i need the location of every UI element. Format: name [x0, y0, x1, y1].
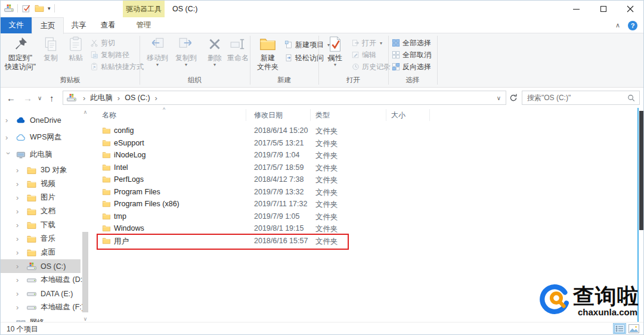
copy-button[interactable]: 复制	[39, 36, 63, 63]
open-button[interactable]: 打开 ▾	[351, 38, 382, 48]
file-row[interactable]: iNodeLog 2019/7/9 1:04 文件夹	[90, 149, 643, 162]
move-to-button[interactable]: 移动到 ▾	[144, 36, 171, 67]
scroll-up-icon[interactable]: ∧	[81, 109, 89, 115]
file-row[interactable]: config 2018/6/14 15:20 文件夹	[90, 125, 643, 137]
sidebar-scrollbar[interactable]: ∧ ∨	[81, 108, 89, 323]
copy-path-button[interactable]: 复制路径	[90, 49, 129, 60]
cut-button[interactable]: 剪切	[90, 38, 115, 48]
sidebar-item-disk-f[interactable]: › 本地磁盘 (F:)	[1, 300, 80, 314]
expander-icon[interactable]: ›	[16, 236, 22, 242]
sidebar-item-onedrive[interactable]: › OneDrive	[1, 111, 80, 129]
column-header-name[interactable]: 名称	[90, 109, 246, 121]
tab-file[interactable]: 文件	[1, 17, 32, 33]
rename-icon	[230, 36, 246, 52]
pin-to-quick-access-button[interactable]: 固定到" 快速访问"	[3, 36, 38, 72]
back-button[interactable]: ←	[7, 88, 16, 108]
sidebar-item-music[interactable]: › 音乐	[1, 232, 80, 246]
copy-to-button[interactable]: 复制到 ▾	[172, 36, 200, 67]
monitor-icon	[16, 150, 26, 160]
edit-button[interactable]: 编辑	[351, 49, 376, 60]
expander-icon[interactable]: ›	[5, 117, 11, 123]
breadcrumb-separator-icon: ›	[151, 94, 161, 103]
expander-icon[interactable]: ›	[16, 305, 22, 311]
tab-view[interactable]: 查看	[94, 17, 122, 33]
customize-toolbar-dropdown-icon[interactable]: ▾	[48, 4, 51, 13]
sidebar-item-disk-d[interactable]: › 本地磁盘 (D:)	[1, 273, 80, 287]
file-row[interactable]: eSupport 2017/5/5 13:21 文件夹	[90, 137, 643, 150]
tab-home[interactable]: 主页	[32, 17, 64, 34]
sidebar-item-documents[interactable]: › 文档	[1, 204, 80, 218]
search-icon[interactable]	[627, 94, 636, 103]
sidebar-item-downloads[interactable]: › 下载	[1, 218, 80, 232]
recent-locations-dropdown-icon[interactable]: ∨	[38, 88, 42, 108]
properties-shortcut-icon[interactable]	[21, 4, 31, 13]
select-all-button[interactable]: 全部选择	[392, 38, 431, 48]
history-button[interactable]: 历史记录	[351, 61, 391, 72]
close-button[interactable]	[617, 1, 643, 17]
file-row[interactable]: tmp 2019/7/9 1:05 文件夹	[90, 210, 643, 223]
items-count: 10 个项目	[7, 324, 38, 334]
column-header-type[interactable]: 类型	[311, 109, 386, 121]
paste-button[interactable]: 粘贴	[64, 36, 88, 63]
breadcrumb-this-pc[interactable]: 此电脑	[89, 93, 114, 103]
tab-manage[interactable]: 管理	[123, 17, 165, 33]
expander-icon[interactable]: ›	[16, 277, 22, 283]
refresh-icon[interactable]	[509, 93, 518, 103]
tab-share[interactable]: 共享	[64, 17, 94, 33]
up-button[interactable]: ↑	[49, 88, 54, 108]
expander-icon[interactable]: ›	[16, 222, 22, 228]
file-row[interactable]: Intel 2017/5/7 18:59 文件夹	[90, 162, 643, 174]
folder-icon	[102, 237, 111, 245]
sidebar-item-this-pc[interactable]: › 此电脑	[1, 146, 80, 163]
new-folder-button[interactable]: 新建 文件夹	[253, 36, 282, 72]
sidebar-item-pictures[interactable]: › 图片	[1, 191, 80, 204]
ribbon: 固定到" 快速访问" 复制 粘贴 剪切 复制路径 粘贴快捷方式 剪贴板 移动到 …	[1, 33, 643, 88]
expander-icon[interactable]: ›	[16, 195, 22, 201]
delete-button[interactable]: 删除 ▾	[203, 36, 226, 67]
rename-button[interactable]: 重命名	[226, 36, 250, 63]
file-row[interactable]: PerfLogs 2018/4/12 7:38 文件夹	[90, 173, 643, 186]
file-row[interactable]: 用户 2018/6/16 15:57 文件夹	[90, 235, 643, 247]
expander-icon[interactable]: ›	[16, 250, 22, 256]
expander-icon[interactable]: ›	[16, 181, 22, 187]
select-none-button[interactable]: 全部取消	[392, 49, 431, 60]
folder-icon	[102, 188, 111, 196]
sidebar-item-desktop[interactable]: › 桌面	[1, 246, 80, 259]
properties-button[interactable]: 属性 ▾	[323, 36, 348, 67]
sidebar-item-videos[interactable]: › 视频	[1, 177, 80, 191]
scroll-down-icon[interactable]: ∨	[81, 316, 89, 322]
maximize-button[interactable]	[590, 1, 617, 17]
expander-icon[interactable]: ›	[16, 168, 22, 173]
address-dropdown-icon[interactable]: ∨	[497, 95, 506, 101]
search-input[interactable]	[522, 91, 639, 104]
close-icon	[627, 5, 634, 13]
paste-shortcut-button[interactable]: 粘贴快捷方式	[90, 61, 144, 72]
help-icon[interactable]: ?	[628, 21, 637, 30]
minimize-button[interactable]	[563, 1, 590, 17]
forward-button[interactable]: →	[23, 88, 32, 108]
column-header-size[interactable]: 大小	[386, 109, 430, 121]
expander-icon[interactable]: ›	[5, 135, 11, 141]
invert-selection-button[interactable]: 反向选择	[392, 61, 431, 72]
file-row[interactable]: Program Files 2019/7/9 13:32 文件夹	[90, 186, 643, 198]
thumbnails-view-button[interactable]	[627, 323, 640, 334]
file-row[interactable]: Program Files (x86) 2019/7/11 17:32 文件夹	[90, 198, 643, 210]
expander-icon[interactable]: ›	[5, 152, 11, 158]
breadcrumb-os-c[interactable]: OS (C:)	[123, 94, 151, 102]
file-row[interactable]: Windows 2019/8/1 19:15 文件夹	[90, 222, 643, 235]
column-header-date-modified[interactable]: 修改日期	[246, 109, 311, 121]
scrollbar-thumb[interactable]	[82, 232, 88, 312]
expander-icon[interactable]: ›	[16, 209, 22, 215]
explorer-drive-icon[interactable]	[4, 4, 14, 13]
sidebar-item-3d-objects[interactable]: › 3D 对象	[1, 163, 80, 177]
collapse-ribbon-icon[interactable]: ∧	[615, 21, 620, 29]
sidebar-item-data-e[interactable]: › DATA (E:)	[1, 287, 80, 300]
sidebar-item-wps[interactable]: › WPS网盘	[1, 129, 80, 146]
expander-icon[interactable]: ›	[16, 291, 22, 297]
expander-icon[interactable]: ›	[16, 263, 22, 269]
address-bar[interactable]: › 此电脑 › OS (C:) › ∨	[63, 91, 506, 105]
drive-tools-contextual-tab[interactable]: 驱动器工具	[123, 1, 165, 17]
details-view-button[interactable]	[613, 323, 626, 334]
sidebar-item-os-c[interactable]: › OS (C:)	[1, 259, 80, 273]
new-folder-shortcut-icon[interactable]	[35, 4, 44, 13]
